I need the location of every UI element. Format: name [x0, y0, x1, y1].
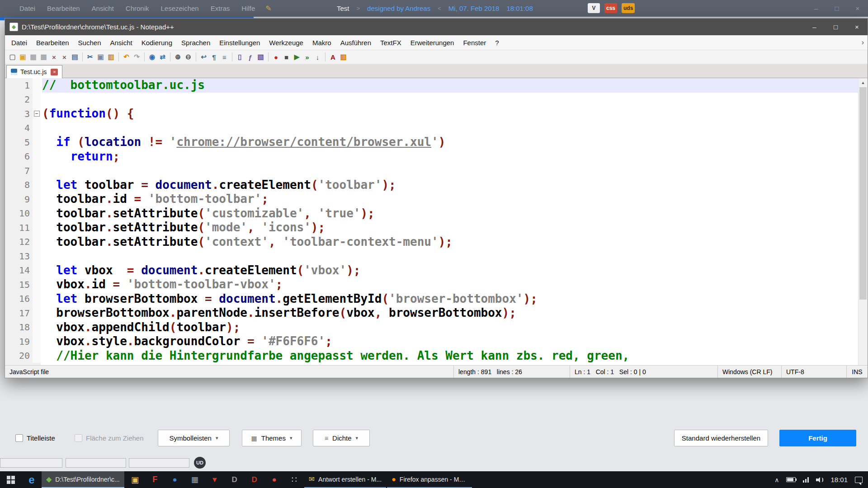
start-button[interactable] — [0, 471, 22, 488]
firefox-menu-lesezeichen[interactable]: Lesezeichen — [155, 5, 204, 12]
restore-defaults-button[interactable]: Standard wiederherstellen — [674, 430, 768, 446]
macro-play-icon[interactable]: ▶ — [292, 52, 302, 62]
red-badge-app-icon[interactable]: ● — [264, 471, 284, 488]
open-folder-icon[interactable]: ▣ — [18, 52, 28, 62]
tray-expand-chevron-icon[interactable]: ∧ — [774, 476, 779, 483]
indent-guide-icon[interactable]: ≡ — [219, 52, 230, 62]
firefox-menu-chronik[interactable]: Chronik — [120, 5, 155, 12]
function-list-icon[interactable]: ƒ — [245, 52, 255, 62]
css-badge[interactable]: css — [604, 3, 617, 13]
npp-menu-werkzeuge[interactable]: Werkzeuge — [264, 39, 308, 47]
firefox-menu-extras[interactable]: Extras — [205, 5, 236, 12]
npp-minimize-button[interactable]: – — [804, 19, 825, 35]
npp-menu-textfx[interactable]: TextFX — [376, 39, 406, 47]
editor-line[interactable]: let toolbar = document.createElement('to… — [42, 178, 868, 192]
show-all-characters-icon[interactable]: ¶ — [209, 52, 219, 62]
editor-line[interactable]: vbox.appendChild(toolbar); — [42, 320, 868, 335]
file-explorer-icon[interactable]: ▣ — [125, 471, 145, 488]
editor-line[interactable]: vbox.id = 'bottom-toolbar-vbox'; — [42, 277, 868, 292]
zoom-out-icon[interactable]: ⊖ — [183, 52, 193, 62]
tab-close-icon[interactable]: × — [51, 69, 58, 75]
save-all-icon[interactable]: ▩ — [38, 52, 49, 62]
firefox-menu-datei[interactable]: Datei — [14, 5, 41, 12]
find-icon[interactable]: ◉ — [147, 52, 157, 62]
notepadpp-taskbar-button[interactable]: ◆D:\Test\Profilordner\c... — [42, 471, 124, 488]
firefox-menu-hilfe[interactable]: Hilfe — [236, 5, 261, 12]
status-insert-mode[interactable]: INS — [846, 366, 868, 378]
folder-as-workspace-icon[interactable]: ▧ — [255, 52, 266, 62]
editor-line[interactable]: browserBottombox.parentNode.insertBefore… — [42, 306, 868, 320]
editor-line[interactable] — [42, 93, 868, 107]
editor-line[interactable] — [42, 121, 868, 136]
npp-menu-makro[interactable]: Makro — [308, 39, 336, 47]
print-icon[interactable]: ▤ — [70, 52, 80, 62]
action-center-icon[interactable] — [855, 477, 863, 483]
ud-badge[interactable]: UD — [194, 457, 206, 469]
npp-close-button[interactable]: × — [846, 19, 868, 35]
cut-icon[interactable]: ✂ — [85, 52, 95, 62]
editor-line[interactable]: vbox.style.backgroundColor = '#F6F6F6'; — [42, 334, 868, 349]
editor-lines[interactable]: // bottomtoolbar.uc.js(function() { if (… — [41, 78, 868, 365]
firefox-taskbar-button[interactable]: ●Firefox anpassen - Mo... — [387, 471, 472, 488]
npp-menu-fenster[interactable]: Fenster — [458, 39, 491, 47]
uds-badge[interactable]: uds — [622, 3, 635, 13]
editor-line[interactable]: toolbar.id = 'bottom-toolbar'; — [42, 192, 868, 206]
spell-check-icon[interactable]: A — [328, 52, 338, 62]
npp-menu-suchen[interactable]: Suchen — [74, 39, 106, 47]
copy-icon[interactable]: ▣ — [95, 52, 106, 62]
empty-toolbar-slot[interactable] — [129, 458, 189, 468]
editor-line[interactable]: let vbox = document.createElement('vbox'… — [42, 263, 868, 278]
red-arrow-app-icon[interactable]: ▼ — [205, 471, 225, 488]
macro-save-icon[interactable]: ↓ — [312, 52, 323, 62]
firefox-maximize-button[interactable]: □ — [826, 0, 847, 17]
speaker-icon[interactable] — [816, 477, 823, 483]
zoom-in-icon[interactable]: ⊕ — [173, 52, 183, 62]
editor-line[interactable]: toolbar.setAttribute('context', 'toolbar… — [42, 235, 868, 249]
battery-icon[interactable] — [786, 477, 796, 482]
editor-line[interactable]: if (location != 'chrome://browser/conten… — [42, 135, 868, 150]
npp-titlebar[interactable]: ◆ D:\Test\Profilordner\chrome\Test.uc.js… — [5, 19, 868, 35]
editor-line[interactable]: // bottomtoolbar.uc.js — [42, 78, 868, 93]
editor-line[interactable]: let browserBottombox = document.getEleme… — [42, 292, 868, 306]
npp-menu-kodierung[interactable]: Kodierung — [137, 39, 177, 47]
themes-dropdown[interactable]: ▦ Themes ▾ — [242, 430, 302, 446]
editor-line[interactable]: return; — [42, 150, 868, 164]
status-eol-format[interactable]: Windows (CR LF) — [717, 366, 781, 378]
firefox-close-button[interactable]: × — [847, 0, 868, 17]
npp-menu-item[interactable]: ? — [491, 39, 503, 47]
editor-line[interactable]: //Hier kann die Hintergrundfarbe angepas… — [42, 349, 868, 363]
npp-menu-bearbeiten[interactable]: Bearbeiten — [32, 39, 74, 47]
save-file-icon[interactable]: ▦ — [28, 52, 38, 62]
mail-taskbar-button[interactable]: ✉Antwort erstellen - M... — [304, 471, 386, 488]
npp-menu-ansicht[interactable]: Ansicht — [105, 39, 137, 47]
titlebar-checkbox-group[interactable]: Titelleiste — [15, 430, 55, 446]
dots-grid-app-icon[interactable]: ∷ — [284, 471, 304, 488]
blue-app-icon[interactable]: ● — [165, 471, 185, 488]
macro-stop-icon[interactable]: ■ — [281, 52, 292, 62]
macro-run-multiple-icon[interactable]: » — [302, 52, 312, 62]
gray-app-icon[interactable]: ▦ — [185, 471, 205, 488]
fold-collapse-icon[interactable]: − — [34, 111, 40, 117]
titlebar-checkbox[interactable] — [15, 434, 23, 442]
tray-clock[interactable]: 18:01 — [830, 476, 848, 483]
empty-toolbar-slot[interactable] — [0, 458, 62, 468]
replace-icon[interactable]: ⇄ — [157, 52, 168, 62]
close-file-icon[interactable]: × — [49, 52, 59, 62]
editor-line[interactable]: toolbar.setAttribute('customizable', 'tr… — [42, 206, 868, 221]
firefox-minimize-button[interactable]: – — [806, 0, 826, 17]
red-d-app-icon[interactable]: D — [245, 471, 264, 488]
editor-scrollbar[interactable]: ▲ — [858, 78, 868, 365]
npp-menu-einstellungen[interactable]: Einstellungen — [215, 39, 264, 47]
status-encoding[interactable]: UTF-8 — [781, 366, 846, 378]
npp-menu-erweiterungen[interactable]: Erweiterungen — [406, 39, 459, 47]
npp-menu-datei[interactable]: Datei — [7, 39, 32, 47]
editor-line[interactable] — [42, 164, 868, 178]
editor-line[interactable] — [42, 249, 868, 263]
scrollbar-thumb[interactable] — [859, 87, 867, 300]
new-file-icon[interactable]: ▢ — [7, 52, 18, 62]
network-icon[interactable] — [803, 477, 809, 483]
empty-toolbar-slot[interactable] — [66, 458, 126, 468]
undo-icon[interactable]: ↶ — [121, 52, 132, 62]
menu-overflow-chevron[interactable]: › — [862, 38, 864, 47]
document-map-icon[interactable]: ▯ — [235, 52, 245, 62]
